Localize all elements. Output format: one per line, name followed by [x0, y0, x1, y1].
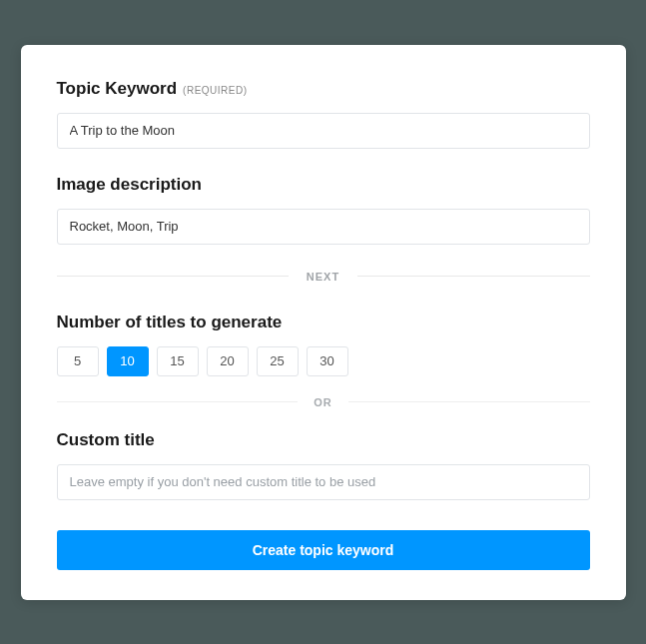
- image-description-label: Image description: [57, 175, 590, 195]
- titles-count-option-30[interactable]: 30: [307, 346, 348, 376]
- custom-title-input[interactable]: [57, 464, 590, 500]
- topic-keyword-group: Topic Keyword (REQUIRED): [57, 79, 590, 149]
- or-text: OR: [298, 396, 348, 408]
- titles-count-group: Number of titles to generate 51015202530: [57, 313, 590, 376]
- divider-text: NEXT: [289, 271, 357, 283]
- form-card: Topic Keyword (REQUIRED) Image descripti…: [21, 45, 626, 600]
- image-description-input[interactable]: [57, 209, 590, 245]
- custom-title-label: Custom title: [57, 430, 590, 450]
- label-text: Image description: [57, 175, 202, 195]
- divider-line: [348, 401, 590, 402]
- divider-line: [357, 276, 589, 277]
- or-divider: OR: [57, 396, 590, 408]
- divider-line: [57, 401, 299, 402]
- label-text: Custom title: [57, 430, 155, 450]
- topic-keyword-input[interactable]: [57, 113, 590, 149]
- titles-count-option-25[interactable]: 25: [257, 346, 299, 376]
- create-topic-keyword-button[interactable]: Create topic keyword: [57, 530, 590, 570]
- titles-count-option-20[interactable]: 20: [207, 346, 249, 376]
- label-text: Topic Keyword: [57, 79, 178, 99]
- label-text: Number of titles to generate: [57, 313, 283, 332]
- required-tag: (REQUIRED): [183, 85, 247, 96]
- divider-line: [57, 276, 289, 277]
- topic-keyword-label: Topic Keyword (REQUIRED): [57, 79, 590, 99]
- titles-count-option-5[interactable]: 5: [57, 346, 99, 376]
- image-description-group: Image description: [57, 175, 590, 245]
- custom-title-group: Custom title: [57, 430, 590, 500]
- titles-count-option-10[interactable]: 10: [107, 346, 149, 376]
- titles-count-label: Number of titles to generate: [57, 313, 590, 332]
- titles-count-option-15[interactable]: 15: [157, 346, 199, 376]
- titles-count-options: 51015202530: [57, 346, 590, 376]
- next-divider: NEXT: [57, 271, 590, 283]
